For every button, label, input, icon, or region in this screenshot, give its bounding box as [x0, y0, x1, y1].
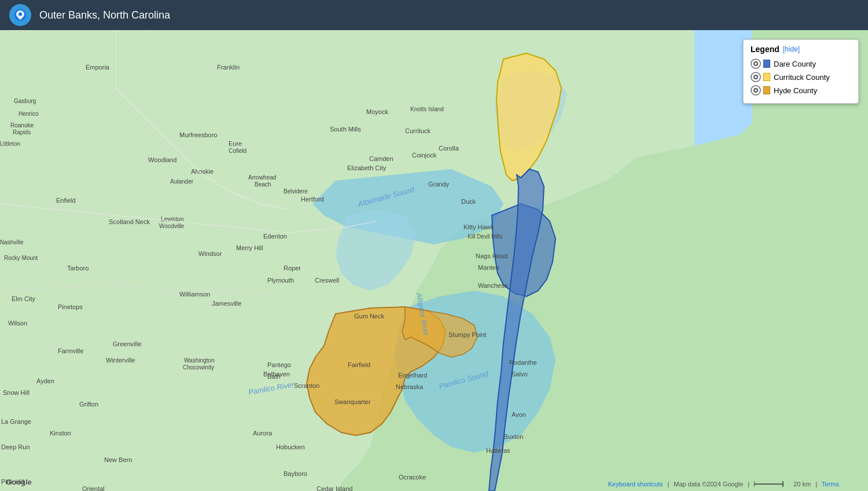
svg-text:Coinjock: Coinjock: [412, 152, 437, 159]
svg-text:Emporia: Emporia: [86, 64, 110, 71]
bottom-bar: Google Keyboard shortcuts | Map data ©20…: [0, 478, 868, 491]
terms-link[interactable]: Terms: [822, 481, 839, 488]
svg-text:Edenton: Edenton: [263, 233, 287, 240]
svg-text:Currituck: Currituck: [405, 127, 431, 134]
header: Outer Banks, North Carolina: [0, 0, 868, 30]
svg-text:Belvidere: Belvidere: [284, 188, 308, 195]
svg-text:Salvo: Salvo: [512, 371, 528, 378]
svg-text:Greenville: Greenville: [113, 340, 142, 347]
svg-text:Windsor: Windsor: [198, 250, 222, 257]
legend-item-currituck: Currituck County: [751, 72, 851, 82]
svg-text:Pinetops: Pinetops: [58, 303, 83, 310]
svg-text:Deep Run: Deep Run: [1, 444, 30, 450]
svg-text:Gum Neck: Gum Neck: [354, 313, 384, 320]
svg-text:Chocowinity: Chocowinity: [183, 364, 214, 371]
map-container[interactable]: Albemarle Sound Alligator River Pamlico …: [0, 30, 868, 491]
svg-text:Washington: Washington: [184, 357, 214, 364]
dare-county-color: [763, 60, 770, 68]
svg-text:Woodville: Woodville: [159, 223, 185, 229]
svg-text:Duck: Duck: [461, 198, 476, 205]
legend-header: Legend [hide]: [751, 45, 851, 54]
svg-text:Rapids: Rapids: [13, 129, 31, 135]
svg-text:Tarboro: Tarboro: [67, 265, 89, 272]
svg-text:Creswell: Creswell: [315, 277, 339, 284]
hyde-county-visibility-icon[interactable]: [751, 85, 761, 96]
svg-text:Wanchese: Wanchese: [478, 282, 508, 289]
svg-text:Beach: Beach: [255, 181, 271, 188]
app-logo: [9, 4, 31, 26]
svg-text:Belhaven: Belhaven: [263, 371, 290, 378]
svg-text:Kitty Hawk: Kitty Hawk: [464, 223, 494, 230]
map-attribution: Keyboard shortcuts | Map data ©2024 Goog…: [608, 480, 839, 488]
svg-point-96: [755, 76, 757, 78]
dare-county-label: Dare County: [774, 60, 816, 68]
hyde-county-color: [763, 86, 770, 94]
svg-text:Gasburg: Gasburg: [14, 98, 36, 104]
svg-text:Hatteras: Hatteras: [486, 447, 510, 454]
svg-text:Pantego: Pantego: [267, 361, 291, 368]
scale-bar-svg: [754, 480, 789, 488]
svg-text:Nashville: Nashville: [0, 239, 24, 246]
svg-text:Ayden: Ayden: [36, 378, 54, 384]
svg-text:Winterville: Winterville: [106, 357, 135, 364]
svg-text:Kinston: Kinston: [50, 430, 71, 437]
svg-text:Nags Head: Nags Head: [476, 252, 507, 259]
legend-item-dare: Dare County: [751, 58, 851, 69]
svg-text:Manteo: Manteo: [478, 264, 499, 271]
svg-text:Woodland: Woodland: [148, 156, 176, 163]
svg-text:Grandy: Grandy: [428, 181, 450, 188]
svg-text:Hertford: Hertford: [301, 196, 324, 203]
svg-text:Moyock: Moyock: [366, 108, 388, 115]
page-title: Outer Banks, North Carolina: [39, 9, 170, 21]
svg-text:Plymouth: Plymouth: [267, 277, 294, 284]
svg-text:Avon: Avon: [512, 411, 526, 418]
svg-text:Corolla: Corolla: [439, 145, 459, 152]
currituck-county-color: [763, 73, 770, 81]
svg-text:Stumpy Point: Stumpy Point: [448, 331, 486, 338]
svg-text:Murfreesboro: Murfreesboro: [179, 131, 217, 138]
svg-text:Aulander: Aulander: [170, 178, 194, 185]
hyde-county-label: Hyde County: [774, 86, 817, 95]
svg-text:Camden: Camden: [369, 155, 393, 162]
scale-label: 20 km: [793, 481, 811, 488]
map-data-attribution: Map data ©2024 Google: [674, 481, 743, 488]
svg-text:Scotland Neck: Scotland Neck: [109, 218, 150, 225]
keyboard-shortcuts-link[interactable]: Keyboard shortcuts: [608, 481, 663, 488]
currituck-county-label: Currituck County: [774, 73, 830, 82]
svg-text:Roper: Roper: [284, 265, 301, 272]
svg-text:Henrico: Henrico: [19, 111, 39, 117]
svg-text:Knotts Island: Knotts Island: [410, 106, 444, 112]
svg-point-99: [755, 89, 757, 91]
legend-hide-button[interactable]: [hide]: [783, 45, 800, 53]
svg-text:Buxton: Buxton: [503, 433, 523, 440]
google-logo: Google: [6, 478, 32, 486]
svg-text:Elm City: Elm City: [12, 295, 35, 302]
svg-text:Swanquarter: Swanquarter: [334, 398, 371, 405]
svg-text:Aurora: Aurora: [253, 430, 273, 437]
svg-text:Bayboro: Bayboro: [284, 470, 307, 477]
svg-text:Arrowhead: Arrowhead: [248, 174, 276, 181]
svg-text:Merry Hill: Merry Hill: [236, 244, 263, 251]
legend-item-hyde: Hyde County: [751, 85, 851, 96]
svg-text:Enfield: Enfield: [56, 197, 76, 204]
svg-text:Nebraska: Nebraska: [396, 383, 424, 390]
svg-point-1: [19, 13, 22, 16]
svg-text:Grifton: Grifton: [79, 401, 98, 408]
svg-text:Wilson: Wilson: [8, 320, 27, 327]
svg-text:Roanoke: Roanoke: [10, 122, 34, 129]
svg-text:Rocky Mount: Rocky Mount: [4, 255, 38, 261]
svg-text:South Mills: South Mills: [330, 126, 361, 133]
svg-text:Fairfield: Fairfield: [348, 361, 370, 368]
svg-text:New Bern: New Bern: [104, 456, 132, 463]
svg-text:Hobucken: Hobucken: [276, 444, 305, 450]
svg-text:La Grange: La Grange: [1, 418, 31, 425]
currituck-county-visibility-icon[interactable]: [751, 72, 761, 82]
dare-county-visibility-icon[interactable]: [751, 58, 761, 69]
svg-text:Kill Devil Hills: Kill Devil Hills: [468, 233, 502, 240]
svg-point-93: [755, 63, 757, 65]
svg-text:Engelhard: Engelhard: [398, 372, 427, 379]
svg-text:Rodanthe: Rodanthe: [509, 359, 537, 366]
svg-text:Elizabeth City: Elizabeth City: [347, 164, 387, 171]
legend: Legend [hide] Dare County: [743, 39, 859, 104]
svg-text:Jamesville: Jamesville: [212, 300, 241, 307]
